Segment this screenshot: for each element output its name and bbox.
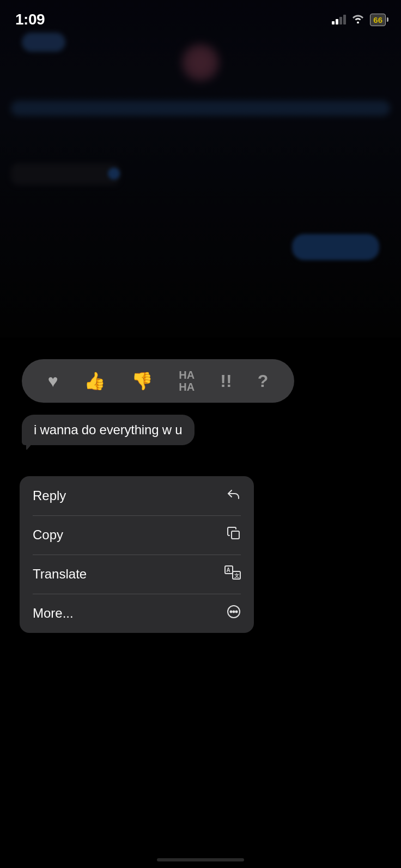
signal-bar-3	[339, 17, 342, 24]
reaction-exclamation[interactable]: !!	[220, 371, 232, 391]
signal-icon	[332, 15, 346, 24]
reaction-haha[interactable]: HAHA	[179, 369, 195, 393]
svg-rect-0	[232, 531, 239, 539]
reply-icon	[227, 487, 241, 504]
copy-label: Copy	[33, 527, 63, 543]
reply-menu-item[interactable]: Reply	[20, 476, 254, 515]
reply-label: Reply	[33, 488, 66, 503]
svg-point-8	[236, 611, 238, 613]
translate-icon: A 文	[224, 565, 241, 583]
reaction-question[interactable]: ?	[258, 371, 269, 391]
reaction-heart[interactable]: ♥	[48, 371, 58, 391]
more-label: More...	[33, 606, 74, 621]
reaction-thumbsup[interactable]: 👍	[84, 371, 106, 391]
more-icon	[227, 605, 241, 622]
message-text: i wanna do everything w u	[34, 422, 183, 437]
status-icons: 66	[332, 14, 386, 26]
signal-bar-1	[332, 21, 335, 24]
svg-text:文: 文	[234, 573, 239, 578]
copy-icon	[227, 526, 241, 544]
svg-text:A: A	[227, 567, 230, 573]
status-time: 1:09	[15, 11, 45, 28]
wifi-icon	[351, 14, 364, 26]
signal-bar-4	[343, 15, 346, 24]
battery-level: 66	[373, 15, 382, 24]
reaction-bar: ♥ 👍 👎 HAHA !! ?	[22, 359, 294, 403]
battery-icon: 66	[370, 14, 386, 26]
translate-label: Translate	[33, 567, 87, 582]
svg-point-7	[233, 611, 235, 613]
reaction-thumbsdown[interactable]: 👎	[131, 371, 153, 391]
more-menu-item[interactable]: More...	[20, 594, 254, 633]
translate-menu-item[interactable]: Translate A 文	[20, 555, 254, 594]
copy-menu-item[interactable]: Copy	[20, 515, 254, 555]
signal-bar-2	[336, 19, 338, 24]
context-menu: Reply Copy Translate A 文	[20, 476, 254, 633]
message-bubble: i wanna do everything w u	[22, 415, 195, 445]
svg-point-6	[230, 611, 232, 613]
status-bar: 1:09 66	[0, 0, 401, 33]
